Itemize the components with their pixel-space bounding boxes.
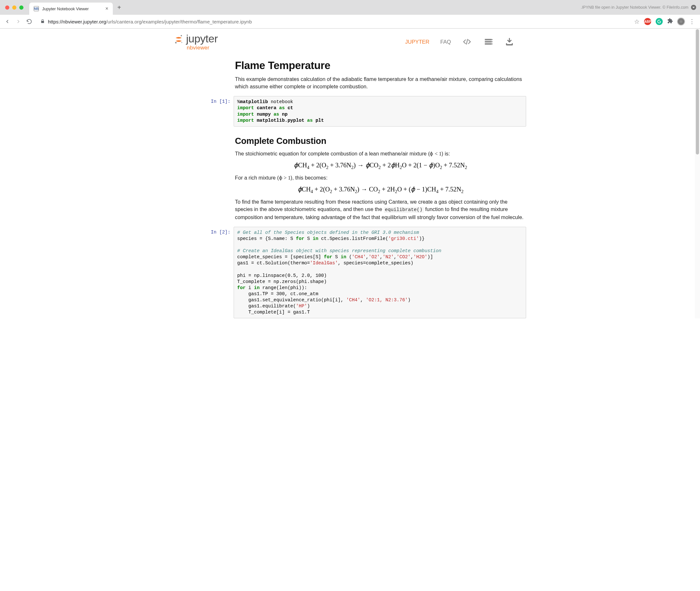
section-heading: Complete Combustion [235,136,526,146]
page-content: jupyter nbviewer JUPYTER FAQ Flame Tempe… [0,28,700,318]
cell-prompt: In [1]: [174,96,234,127]
info-dropdown-icon[interactable] [691,5,696,10]
code-cell-1: In [1]: %matplotlib notebook import cant… [174,96,526,127]
cell-prompt: In [2]: [174,227,234,319]
browser-tab[interactable]: NB Jupyter Notebook Viewer × [29,3,113,15]
browser-chrome: NB Jupyter Notebook Viewer × + .IPYNB fi… [0,0,700,28]
extensions-icon[interactable] [667,18,673,25]
logo-nbviewer-label: nbviewer [187,45,218,51]
equation-lean: ϕCH4 + 2(O2 + 3.76N2) → ϕCO2 + 2ϕH2O + 2… [235,161,526,170]
browser-menu-button[interactable]: ⋮ [689,18,695,25]
bookmark-star-icon[interactable]: ☆ [634,18,640,25]
page-title: Flame Temperature [235,59,526,72]
maximize-window-button[interactable] [19,5,23,10]
scrollbar-track[interactable] [695,28,700,318]
svg-point-1 [175,42,177,44]
nav-right-controls: ☆ ABP ⋮ [634,18,695,25]
nav-link-faq[interactable]: FAQ [440,39,451,45]
window-controls [5,5,23,10]
jupyter-logo-icon [174,35,183,44]
intro-paragraph: This example demonstrates calculation of… [235,75,526,90]
explain-paragraph: To find the flame temperature resulting … [235,198,526,221]
abp-extension-icon[interactable]: ABP [644,18,651,25]
svg-point-7 [491,41,492,42]
svg-point-8 [491,43,492,44]
markdown-block: Flame Temperature This example demonstra… [174,59,526,90]
code-input[interactable]: # Get all of the Species objects defined… [234,227,526,319]
nav-bar: https://nbviewer.jupyter.org/urls/canter… [0,15,700,28]
forward-button[interactable] [14,17,22,26]
svg-point-2 [181,42,182,43]
tab-title: Jupyter Notebook Viewer [42,6,102,11]
minimize-window-button[interactable] [12,5,16,10]
profile-avatar[interactable] [678,18,685,25]
svg-point-0 [181,35,182,36]
url-bar[interactable]: https://nbviewer.jupyter.org/urls/canter… [36,17,632,26]
nav-link-jupyter[interactable]: JUPYTER [405,39,429,45]
tab-close-button[interactable]: × [105,6,108,12]
logo-jupyter-label: jupyter [186,33,218,44]
code-input[interactable]: %matplotlib notebook import cantera as c… [234,96,526,127]
tab-favicon-icon: NB [34,6,39,11]
lean-paragraph: The stoichiometric equation for complete… [235,150,526,157]
rich-paragraph: For a rich mixture (ϕ > 1), this becomes… [235,174,526,182]
download-icon[interactable] [504,37,515,47]
svg-rect-5 [485,43,492,45]
notebook-content: Flame Temperature This example demonstra… [174,52,526,318]
code-cell-2: In [2]: # Get all of the Species objects… [174,227,526,319]
grammarly-extension-icon[interactable] [656,18,663,25]
close-window-button[interactable] [5,5,9,10]
svg-point-6 [491,39,492,40]
equation-rich: ϕCH4 + 2(O2 + 3.76N2) → CO2 + 2H2O + (ϕ … [235,185,526,194]
svg-rect-9 [506,44,513,46]
scrollbar-thumb[interactable] [696,29,699,154]
new-tab-button[interactable]: + [117,4,121,11]
tab-bar-info: .IPYNB file open in Jupyter Notebook Vie… [581,5,696,10]
view-slides-icon[interactable] [483,37,493,47]
reload-button[interactable] [25,17,34,26]
url-text: https://nbviewer.jupyter.org/urls/canter… [48,19,252,24]
nbviewer-header: jupyter nbviewer JUPYTER FAQ [170,28,530,52]
view-code-icon[interactable] [462,37,472,47]
tab-bar: NB Jupyter Notebook Viewer × + .IPYNB fi… [0,0,700,15]
svg-rect-4 [485,41,492,43]
inline-code: equilibrate() [384,207,424,213]
markdown-block-2: Complete Combustion The stoichiometric e… [174,136,526,221]
jupyter-logo[interactable]: jupyter nbviewer [174,33,218,51]
lock-icon [41,19,45,24]
back-button[interactable] [3,17,12,26]
svg-rect-3 [485,39,492,41]
logo-text: jupyter nbviewer [186,33,218,51]
tab-info-text: .IPYNB file open in Jupyter Notebook Vie… [581,5,688,10]
header-nav: JUPYTER FAQ [405,37,515,47]
